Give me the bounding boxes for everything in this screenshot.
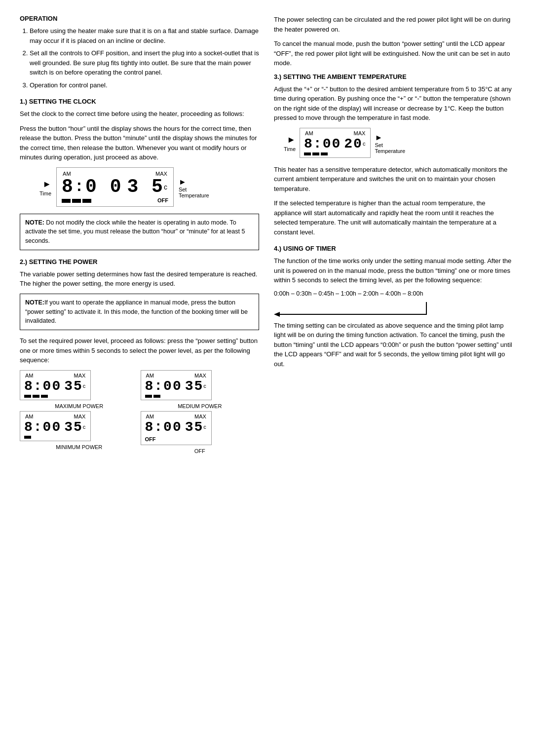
clock-off-label: OFF bbox=[157, 197, 168, 203]
ambient-lcd-top: AM MAX bbox=[304, 130, 366, 136]
indicator-1 bbox=[62, 199, 71, 203]
operation-list: Before using the heater make sure that i… bbox=[30, 26, 259, 90]
lcd-min-max: MAX bbox=[74, 414, 85, 419]
lcd-max-indicators bbox=[24, 395, 86, 398]
clock-superscript-c: c bbox=[164, 184, 168, 190]
lcd-min-indicators bbox=[24, 436, 86, 439]
left-column: OPERATION Before using the heater make s… bbox=[20, 15, 259, 462]
timer-arrow-graphic bbox=[274, 301, 432, 315]
page-layout: OPERATION Before using the heater make s… bbox=[20, 15, 513, 462]
operation-title: OPERATION bbox=[20, 15, 259, 22]
timer-arrow-box bbox=[274, 301, 513, 315]
ambient-lcd: AM MAX 8:00 20 c bbox=[300, 128, 371, 158]
lcd-min-power: AM MAX 8:00 35 c bbox=[20, 411, 91, 441]
operation-item-2: Set all the controls to OFF position, an… bbox=[30, 48, 259, 77]
lcd-min-top: AM MAX bbox=[24, 414, 86, 419]
timer-arrow-bottom-line bbox=[279, 314, 427, 315]
lcd-off-max: MAX bbox=[194, 414, 206, 419]
lcd-med-indicators bbox=[145, 395, 207, 398]
clock-lcd-top-labels: AM MAX bbox=[62, 171, 168, 177]
section-ambient-p3: If the selected temperature is higher th… bbox=[274, 198, 513, 237]
lcd-off-label: OFF bbox=[145, 436, 156, 442]
power-display-off: AM MAX 8:00 35 c OFF OFF bbox=[141, 411, 260, 454]
clock-temperature-label: Temperature bbox=[179, 192, 209, 198]
ambient-arrow-right-icon: ► bbox=[375, 133, 382, 142]
lcd-off-bottom: OFF bbox=[145, 435, 207, 443]
ambient-arrow-icon: ► bbox=[287, 135, 296, 144]
medium-power-label: MEDIUM POWER bbox=[141, 403, 260, 409]
ambient-set-label: Set bbox=[375, 142, 383, 148]
clock-digit-35: 3 5 bbox=[127, 178, 163, 196]
ambient-display-wrapper: ► Time AM MAX 8:00 20 c bbox=[284, 128, 513, 160]
lcd-med-c: c bbox=[203, 383, 207, 389]
note2-bold: NOTE: bbox=[25, 299, 44, 306]
clock-display-label-left: ► Time bbox=[39, 180, 51, 196]
lcd-med-am: AM bbox=[146, 373, 154, 378]
section-power: 2.) SETTING THE POWER The variable power… bbox=[20, 258, 259, 454]
lcd-max-power: AM MAX 8:00 35 c bbox=[20, 370, 91, 400]
off-power-label: OFF bbox=[141, 448, 260, 454]
indicator-3 bbox=[82, 199, 91, 203]
lcd-off-power: AM MAX 8:00 35 c OFF bbox=[141, 411, 212, 445]
section-clock: 1.) SETTING THE CLOCK Set the clock to t… bbox=[20, 98, 259, 250]
section-ambient-p1: Adjust the “+” or “-” button to the desi… bbox=[274, 84, 513, 123]
timer-arrowhead bbox=[274, 312, 280, 317]
clock-lcd-bottom: OFF bbox=[62, 197, 168, 203]
lcd-max-top: AM MAX bbox=[24, 373, 86, 378]
timer-arrow-right-line bbox=[426, 302, 427, 315]
lcd-max-digits: 8:00 35 c bbox=[24, 379, 86, 393]
ambient-time-label: Time bbox=[284, 146, 296, 152]
arrow-right-icon: ► bbox=[42, 180, 51, 189]
lcd-max-max: MAX bbox=[74, 373, 85, 378]
clock-display-label-right: ► Set Temperature bbox=[179, 178, 209, 198]
lcd-off-am: AM bbox=[146, 414, 154, 419]
operation-item-3: Operation for control panel. bbox=[30, 80, 259, 90]
right-p1: The power selecting can be circulated an… bbox=[274, 15, 513, 34]
lcd-off-c: c bbox=[203, 424, 207, 430]
clock-display-wrapper: ► Time AM MAX 8 : 0 0 3 5 c bbox=[39, 167, 259, 209]
lcd-min-digits: 8:00 35 c bbox=[24, 420, 86, 434]
minimum-power-label: MINIMUM POWER bbox=[20, 444, 139, 450]
ambient-max-label: MAX bbox=[354, 130, 366, 136]
section-clock-p1: Set the clock to the correct time before… bbox=[20, 109, 259, 119]
note1-text: Do not modify the clock while the heater… bbox=[25, 219, 245, 245]
right-p2: To cancel the manual mode, push the butt… bbox=[274, 39, 513, 68]
note1-bold: NOTE: bbox=[25, 219, 44, 226]
note-box-2: NOTE:If you want to operate the applianc… bbox=[20, 294, 259, 330]
operation-section: OPERATION Before using the heater make s… bbox=[20, 15, 259, 90]
clock-indicators bbox=[62, 199, 91, 203]
section-timer-p2: The timing setting can be circulated as … bbox=[274, 321, 513, 369]
power-display-medium: AM MAX 8:00 35 c bbox=[141, 370, 260, 409]
clock-digit-00: 0 0 bbox=[85, 178, 122, 196]
power-display-maximum: AM MAX 8:00 35 c bbox=[20, 370, 139, 409]
section-ambient: 3.) SETTING THE AMBIENT TEMPERATURE Adju… bbox=[274, 73, 513, 237]
arrow-left-icon: ► bbox=[179, 178, 187, 187]
operation-item-1: Before using the heater make sure that i… bbox=[30, 26, 259, 45]
section-power-p1: The variable power setting determines ho… bbox=[20, 269, 259, 289]
note2-text: If you want to operate the appliance in … bbox=[25, 299, 248, 325]
ambient-indicators bbox=[304, 152, 366, 155]
section-timer: 4.) USING OF TIMER The function of the t… bbox=[274, 245, 513, 369]
section-timer-p1: The function of the time works only unde… bbox=[274, 256, 513, 285]
lcd-off-digits: 8:00 35 c bbox=[145, 420, 207, 434]
lcd-med-digits: 8:00 35 c bbox=[145, 379, 207, 393]
clock-am-label: AM bbox=[63, 171, 71, 177]
section-power-title: 2.) SETTING THE POWER bbox=[20, 258, 259, 265]
ambient-lcd-digits: 8:00 20 c bbox=[304, 137, 366, 151]
ambient-temperature-label: Temperature bbox=[375, 148, 405, 154]
power-display-minimum: AM MAX 8:00 35 c MINIMUM POW bbox=[20, 411, 139, 454]
clock-colon: : bbox=[75, 179, 85, 195]
clock-max-label: MAX bbox=[155, 171, 167, 177]
lcd-max-c: c bbox=[83, 383, 87, 389]
ambient-label-left: ► Time bbox=[284, 135, 296, 152]
indicator-2 bbox=[72, 199, 81, 203]
lcd-min-am: AM bbox=[25, 414, 34, 419]
note-box-1: NOTE: Do not modify the clock while the … bbox=[20, 214, 259, 250]
lcd-min-c: c bbox=[83, 424, 87, 430]
section-timer-title: 4.) USING OF TIMER bbox=[274, 245, 513, 252]
max-power-label: MAXIMUM POWER bbox=[20, 403, 139, 409]
timer-sequence: 0:00h – 0:30h – 0:45h – 1:00h – 2:00h – … bbox=[274, 290, 513, 297]
lcd-med-power: AM MAX 8:00 35 c bbox=[141, 370, 212, 400]
right-column: The power selecting can be circulated an… bbox=[274, 15, 513, 462]
clock-digit-8: 8 bbox=[62, 178, 74, 196]
